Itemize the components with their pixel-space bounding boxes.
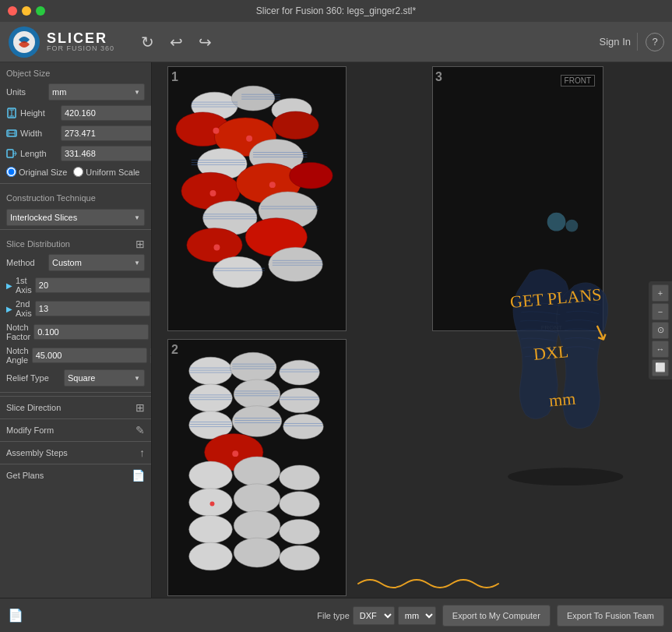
logo-slicer-label: SLICER xyxy=(47,31,114,45)
notch-angle-input[interactable] xyxy=(32,348,147,363)
get-plans-icon: 📄 xyxy=(132,469,145,482)
original-size-radio[interactable] xyxy=(6,167,16,177)
sheet-number-1: 1 xyxy=(171,70,178,84)
relief-type-row: Relief Type Square ▼ xyxy=(0,367,151,389)
svg-point-56 xyxy=(210,190,216,196)
file-type-label: File type xyxy=(317,611,350,620)
height-label: Height xyxy=(20,108,58,118)
width-row: Width ▲ ▼ xyxy=(0,123,151,143)
modify-form-label: Modify Form xyxy=(6,425,54,435)
sheet-2-canvas xyxy=(168,340,346,595)
method-label: Method xyxy=(6,258,44,267)
get-plans-label: Get Plans xyxy=(6,471,44,480)
export-computer-button[interactable]: Export to My Computer xyxy=(442,605,551,627)
svg-point-74 xyxy=(234,484,280,514)
axis1-label: 1st Axis xyxy=(16,276,32,295)
svg-point-68 xyxy=(283,415,324,440)
axis1-input[interactable] xyxy=(35,277,150,293)
undo-icon[interactable]: ↩ xyxy=(167,30,186,55)
svg-point-16 xyxy=(231,86,275,111)
top-toolbar: SLICER FOR FUSION 360 ↻ ↩ ↪ Sign In ? xyxy=(0,22,672,62)
uniform-scale-radio[interactable] xyxy=(73,167,83,177)
slice-distribution-icon[interactable]: ⊞ xyxy=(135,238,145,250)
svg-point-65 xyxy=(280,388,320,413)
side-btn-5[interactable]: ⬜ xyxy=(652,359,669,376)
side-btn-3[interactable]: ⊙ xyxy=(652,322,669,339)
svg-point-70 xyxy=(189,461,233,489)
front-label: FRONT xyxy=(561,75,595,87)
svg-point-106 xyxy=(232,450,238,457)
side-btn-1[interactable]: + xyxy=(652,284,669,302)
help-button[interactable]: ? xyxy=(646,33,664,51)
svg-point-30 xyxy=(213,256,262,288)
refresh-icon[interactable]: ↻ xyxy=(138,30,157,55)
svg-point-62 xyxy=(280,360,320,385)
slice-direction-label: Slice Direction xyxy=(6,403,61,412)
window-controls xyxy=(8,6,45,16)
slice-distribution-header: Slice Distribution ⊞ xyxy=(0,233,151,252)
logo-text: SLICER FOR FUSION 360 xyxy=(47,31,114,52)
sheet-number-2: 2 xyxy=(171,343,178,357)
toolbar-right: Sign In ? xyxy=(593,33,664,51)
slice-direction-icon: ⊞ xyxy=(135,401,145,414)
redo-icon[interactable]: ↪ xyxy=(195,30,215,55)
sign-in-button[interactable]: Sign In xyxy=(593,33,638,51)
notch-angle-row: Notch Angle ▲ ▼ xyxy=(0,344,151,367)
assembly-steps-row[interactable]: Assembly Steps ↑ xyxy=(0,441,151,464)
svg-point-112 xyxy=(508,468,623,485)
logo-area: SLICER FOR FUSION 360 xyxy=(8,26,114,58)
maximize-button[interactable] xyxy=(36,6,45,16)
method-select[interactable]: Custom xyxy=(48,254,145,271)
file-type-select[interactable]: DXF SVG PDF xyxy=(353,606,395,625)
modify-form-icon: ✎ xyxy=(135,424,145,436)
axis1-row: ▶ 1st Axis ▲ ▼ xyxy=(0,274,151,297)
units-row: Units mm ▼ xyxy=(0,81,151,103)
length-row: Length ▲ ▼ xyxy=(0,143,151,164)
divider-3 xyxy=(0,392,151,393)
sheet-number-3: 3 xyxy=(435,70,442,84)
original-size-label[interactable]: Original Size xyxy=(6,167,67,177)
construction-select[interactable]: Interlocked Slices xyxy=(6,209,145,226)
notch-factor-label: Notch Factor xyxy=(6,323,30,341)
sheet-1 xyxy=(167,66,347,331)
side-btn-2[interactable]: − xyxy=(652,303,669,320)
assembly-steps-icon: ↑ xyxy=(139,447,145,459)
axis2-input[interactable] xyxy=(35,301,150,316)
window-title: Slicer for Fusion 360: legs_ginger2.stl* xyxy=(256,5,416,16)
3d-model-svg xyxy=(494,125,672,598)
axis2-play-icon[interactable]: ▶ xyxy=(6,305,12,313)
slice-direction-row[interactable]: Slice Direction ⊞ xyxy=(0,396,151,418)
svg-point-58 xyxy=(213,244,220,250)
svg-point-60 xyxy=(189,357,233,385)
squiggle-decoration xyxy=(354,572,510,591)
units-select[interactable]: mm xyxy=(48,83,145,101)
width-input[interactable] xyxy=(61,125,152,141)
main-layout: Object Size Units mm ▼ Height ▲ ▼ xyxy=(0,62,672,598)
modify-form-row[interactable]: Modify Form ✎ xyxy=(0,418,151,441)
title-bar: Slicer for Fusion 360: legs_ginger2.stl* xyxy=(0,0,672,22)
export-fusion-button[interactable]: Export To Fusion Team xyxy=(557,605,664,627)
unit-select[interactable]: mm in xyxy=(398,606,436,625)
height-input[interactable] xyxy=(61,105,152,121)
get-plans-row[interactable]: Get Plans 📄 xyxy=(0,464,151,486)
svg-point-55 xyxy=(246,136,252,142)
relief-type-select[interactable]: Square xyxy=(64,369,145,387)
annotation-mm: mm xyxy=(548,389,576,411)
notch-factor-input[interactable] xyxy=(33,324,149,340)
uniform-scale-label[interactable]: Uniform Scale xyxy=(73,167,139,177)
notch-factor-row: Notch Factor ▲ ▼ xyxy=(0,320,151,344)
height-icon xyxy=(6,108,17,118)
construction-label: Construction Technique xyxy=(0,187,151,206)
svg-point-75 xyxy=(280,492,320,517)
view-area: FRONT FRONT 1 2 3 xyxy=(152,62,672,598)
close-button[interactable] xyxy=(8,6,17,16)
svg-point-63 xyxy=(189,384,233,412)
left-panel: Object Size Units mm ▼ Height ▲ ▼ xyxy=(0,62,152,598)
svg-point-107 xyxy=(210,502,215,507)
axis1-play-icon[interactable]: ▶ xyxy=(6,281,12,290)
length-input[interactable] xyxy=(61,146,152,161)
side-btn-4[interactable]: ↔ xyxy=(652,341,669,358)
length-icon xyxy=(6,148,17,159)
minimize-button[interactable] xyxy=(22,6,31,16)
construction-dropdown-wrapper: Interlocked Slices ▼ xyxy=(6,209,145,226)
